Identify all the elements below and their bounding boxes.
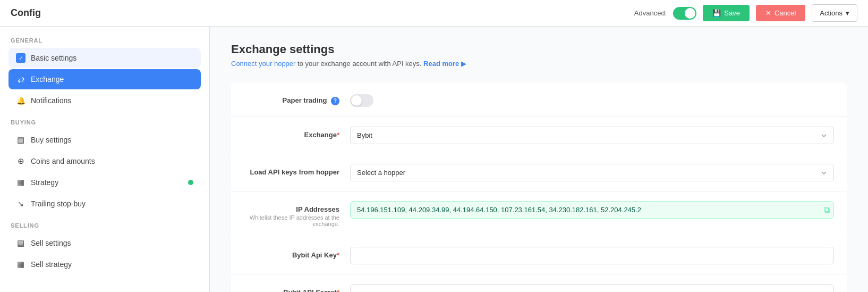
page-title: Exchange settings — [231, 43, 847, 56]
bybit-api-key-control — [350, 247, 834, 264]
sidebar-item-label: Basic settings — [31, 54, 76, 62]
sidebar-item-label: Sell settings — [31, 239, 71, 247]
strategy-icon: ▦ — [16, 178, 25, 187]
cancel-button[interactable]: ✕ Cancel — [756, 5, 805, 21]
coins-icon: ⊕ — [16, 156, 25, 166]
exchange-icon: ⇄ — [16, 74, 25, 84]
exchange-control: Bybit — [350, 127, 834, 144]
sidebar-item-exchange[interactable]: ⇄ Exchange — [8, 69, 201, 89]
advanced-toggle[interactable] — [673, 7, 696, 20]
sidebar-item-buy-settings[interactable]: ▤ Buy settings — [8, 130, 201, 150]
subtitle-mid: to your exchange account with API keys. — [295, 60, 423, 68]
sell-strategy-icon: ▦ — [16, 260, 25, 269]
sidebar-item-label: Trailing stop-buy — [31, 199, 86, 208]
sidebar-item-label: Exchange — [31, 75, 64, 84]
cancel-icon: ✕ — [765, 9, 771, 17]
ip-copy-button[interactable]: ⧉ — [824, 205, 830, 215]
check-mark: ✓ — [19, 55, 23, 62]
bybit-api-secret-required: * — [337, 288, 339, 292]
advanced-label: Advanced: — [634, 9, 667, 17]
actions-label: Actions — [820, 9, 843, 17]
exchange-select[interactable]: Bybit — [350, 127, 834, 144]
connect-hopper-link[interactable]: Connect your hopper — [231, 60, 295, 68]
layout: GENERAL ✓ Basic settings ⇄ Exchange 🔔 No… — [0, 27, 868, 292]
bybit-api-secret-row: Bybit API Secret* — [231, 274, 847, 292]
exchange-required: * — [337, 131, 339, 139]
page-subtitle: Connect your hopper to your exchange acc… — [231, 60, 847, 68]
exchange-form: Paper trading ? Exchange* Bybit — [231, 82, 847, 292]
sidebar-section-general: GENERAL — [8, 37, 201, 44]
load-api-row: Load API keys from hopper Select a hoppe… — [231, 154, 847, 191]
checkbox-icon: ✓ — [16, 53, 25, 63]
sidebar-item-label: Buy settings — [31, 136, 71, 144]
load-api-select[interactable]: Select a hopper — [350, 164, 834, 181]
bybit-api-secret-input[interactable] — [350, 284, 834, 292]
buy-settings-icon: ▤ — [16, 135, 25, 145]
bell-icon: 🔔 — [16, 96, 25, 105]
read-more-text: Read more — [423, 60, 459, 68]
sell-settings-icon: ▤ — [16, 238, 25, 248]
paper-trading-label: Paper trading ? — [244, 92, 350, 105]
strategy-dot — [188, 180, 193, 185]
exchange-label: Exchange* — [244, 127, 350, 139]
ip-label: IP Addresses Whitelist these IP addresse… — [244, 201, 350, 227]
main-content: Exchange settings Connect your hopper to… — [210, 27, 868, 292]
ip-input[interactable] — [350, 201, 834, 219]
sidebar-section-selling: SELLING — [8, 222, 201, 229]
trailing-icon: ↘ — [16, 199, 25, 208]
load-api-label: Load API keys from hopper — [244, 164, 350, 176]
save-button[interactable]: 💾 Save — [703, 5, 750, 21]
app-title: Config — [11, 7, 41, 19]
paper-trading-row: Paper trading ? — [231, 82, 847, 117]
sidebar: GENERAL ✓ Basic settings ⇄ Exchange 🔔 No… — [0, 27, 210, 292]
sidebar-section-buying: BUYING — [8, 119, 201, 126]
paper-trading-help-icon[interactable]: ? — [331, 97, 339, 105]
bybit-api-secret-control — [350, 284, 834, 292]
sidebar-item-notifications[interactable]: 🔔 Notifications — [8, 90, 201, 111]
cancel-label: Cancel — [775, 9, 796, 17]
toggle-knob — [685, 8, 695, 19]
bybit-api-key-required: * — [337, 251, 339, 259]
sidebar-item-sell-settings[interactable]: ▤ Sell settings — [8, 233, 201, 253]
sidebar-item-label: Coins and amounts — [31, 157, 95, 165]
advanced-toggle-wrap — [673, 7, 696, 20]
bybit-api-secret-label: Bybit API Secret* — [244, 284, 350, 292]
sidebar-item-coins-and-amounts[interactable]: ⊕ Coins and amounts — [8, 151, 201, 171]
sidebar-item-label: Sell strategy — [31, 260, 72, 269]
ip-control: ⧉ — [350, 201, 834, 219]
bybit-api-key-label: Bybit Api Key* — [244, 247, 350, 259]
paper-trading-knob — [351, 95, 362, 106]
sidebar-item-sell-strategy[interactable]: ▦ Sell strategy — [8, 254, 201, 274]
ip-sublabel: Whitelist these IP addresses at the exch… — [244, 214, 339, 227]
save-icon: 💾 — [712, 9, 721, 17]
actions-chevron-icon: ▾ — [846, 9, 849, 17]
header: Config Advanced: 💾 Save ✕ Cancel Actions… — [0, 0, 868, 27]
sidebar-item-basic-settings[interactable]: ✓ Basic settings — [8, 48, 201, 68]
sidebar-item-strategy[interactable]: ▦ Strategy — [8, 172, 201, 193]
exchange-row: Exchange* Bybit — [231, 117, 847, 154]
load-api-control: Select a hopper — [350, 164, 834, 181]
sidebar-item-trailing-stop-buy[interactable]: ↘ Trailing stop-buy — [8, 194, 201, 214]
paper-trading-control — [350, 92, 834, 107]
header-actions: Advanced: 💾 Save ✕ Cancel Actions ▾ — [634, 4, 857, 22]
sidebar-item-label: Strategy — [31, 178, 58, 187]
ip-row: IP Addresses Whitelist these IP addresse… — [231, 191, 847, 237]
save-label: Save — [724, 9, 740, 17]
read-more-link[interactable]: Read more ▶ — [423, 60, 466, 68]
paper-trading-toggle[interactable] — [350, 94, 373, 107]
sidebar-item-label: Notifications — [31, 96, 71, 105]
bybit-api-key-row: Bybit Api Key* — [231, 237, 847, 274]
actions-button[interactable]: Actions ▾ — [812, 4, 857, 22]
bybit-api-key-input[interactable] — [350, 247, 834, 264]
